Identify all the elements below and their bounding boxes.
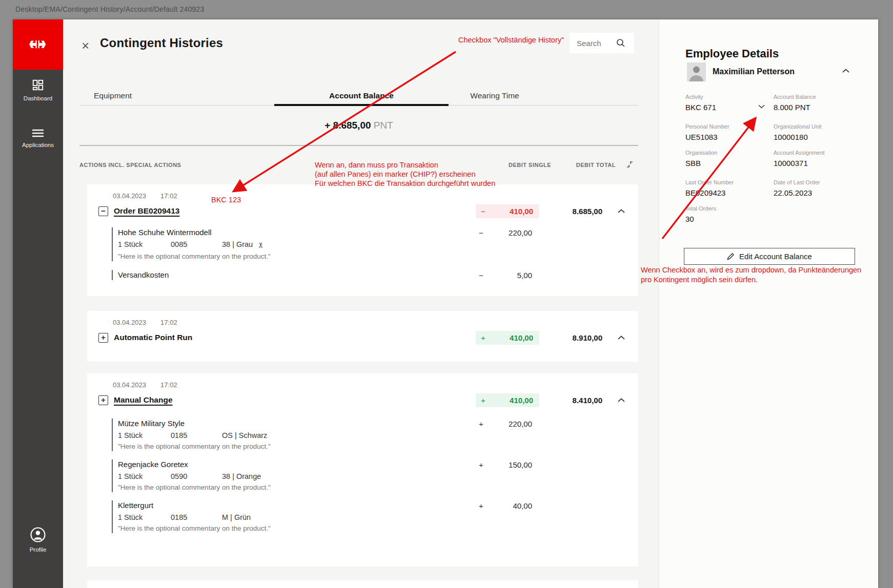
expand-icon[interactable]: +: [98, 333, 108, 343]
field-value: 22.05.2023: [774, 188, 861, 197]
item-quantity: 1 Stück: [118, 240, 171, 249]
action-title-link[interactable]: Order BE0209413: [114, 206, 179, 216]
debit-single-chip: + 410,00: [476, 393, 539, 407]
chevron-down-icon[interactable]: [758, 104, 765, 109]
field-organizational-unit: Organizational Unit 10000180: [774, 123, 861, 141]
field-value: 30: [685, 215, 773, 223]
field-label: Last Order Number: [685, 179, 773, 185]
employee-details-panel: Employee Details Maximilian Petterson Ac…: [659, 19, 878, 588]
column-debit-single: DEBIT SINGLE: [490, 162, 551, 168]
item-meta: 1 Stück 0185 OS | Schwarz: [118, 431, 638, 439]
item-name: Versandkosten: [118, 270, 638, 279]
sidebar: Dashboard Applications P: [13, 19, 63, 588]
item-quantity: 1 Stück: [118, 472, 171, 480]
field-value: 10000180: [774, 133, 861, 141]
action-card-manual-change: 03.04.202317:02 + Manual Change + 410,00…: [87, 373, 638, 566]
field-value: UE51083: [685, 133, 773, 141]
window-titlebar: Desktop/EMA/Contingent History/Account/D…: [0, 0, 893, 19]
sidebar-item-applications[interactable]: Applications: [13, 128, 63, 148]
item-code: 0085: [171, 240, 222, 249]
collapse-icon[interactable]: −: [98, 206, 108, 216]
debit-single-value: 410,00: [489, 333, 533, 342]
order-item: Klettergurt 1 Stück 0185 M | Grün "Here …: [112, 500, 638, 533]
chevron-up-icon[interactable]: [618, 398, 625, 402]
expand-icon[interactable]: +: [98, 395, 108, 405]
action-card-order: 03.04.202317:02 − Order BE0209413 − 410,…: [87, 184, 638, 296]
item-meta: 1 Stück 0590 38 | Orange: [118, 472, 638, 480]
action-date: 03.04.202317:02: [87, 373, 638, 389]
item-comment: "Here is the optional commentary on the …: [118, 484, 638, 491]
debit-total-value: 8.910,00: [543, 333, 602, 342]
pencil-icon: [727, 253, 735, 260]
dashboard-icon: [31, 78, 45, 92]
sort-icon[interactable]: [625, 161, 634, 168]
field-value: BKC 671: [685, 103, 773, 112]
item-comment: "Here is the optional commentary on the …: [118, 253, 638, 260]
field-value: 10000371: [774, 159, 861, 167]
sidebar-item-label: Dashboard: [13, 95, 63, 101]
debit-sign: −: [481, 207, 489, 216]
item-debit-single: − 5,00: [479, 271, 532, 280]
field-account-balance: Account Balance 8.000 PNT: [774, 94, 861, 112]
item-code: 0590: [171, 472, 222, 480]
avatar: [687, 62, 706, 81]
debit-total-value: 8.685,00: [543, 207, 602, 216]
search-input[interactable]: [577, 39, 613, 48]
sidebar-item-profile[interactable]: Profile: [13, 527, 63, 553]
debit-total-value: 8.410,00: [543, 396, 602, 405]
action-card-point-run: 03.04.202317:02 + Automatic Point Run + …: [87, 311, 638, 362]
item-meta: 1 Stück 0185 M | Grün: [118, 513, 638, 521]
sidebar-item-label: Applications: [13, 142, 63, 148]
item-quantity: 1 Stück: [118, 431, 171, 439]
field-label: Account Balance: [774, 94, 861, 100]
action-card-partial: [87, 580, 638, 588]
field-date-of-last-order: Date of Last Order 22.05.2023: [774, 179, 861, 197]
debit-sign: +: [481, 333, 489, 342]
action-row: + Automatic Point Run + 410,00 8.910,00: [87, 331, 638, 347]
field-organisation: Organisation SBB: [685, 150, 773, 167]
action-date: 03.04.202317:02: [87, 311, 638, 326]
column-debit-total: DEBIT TOTAL: [554, 162, 616, 168]
item-debit-single: + 220,00: [479, 419, 532, 428]
chevron-up-icon[interactable]: [618, 335, 625, 340]
action-title-link[interactable]: Manual Change: [114, 395, 173, 405]
list-header: ACTIONS INCL. SPECIAL ACTIONS DEBIT SING…: [79, 162, 638, 171]
item-comment: "Here is the optional commentary on the …: [118, 443, 638, 450]
order-item: Hohe Schuhe Wintermodell 1 Stück 0085 38…: [112, 227, 638, 261]
order-item: Regenjacke Goretex 1 Stück 0590 38 | Ora…: [112, 459, 638, 492]
page-title: Contingent Histories: [100, 36, 223, 50]
sidebar-item-dashboard[interactable]: Dashboard: [13, 78, 63, 101]
field-label: Total Orders: [685, 205, 773, 212]
field-account-assignment: Account Assignment 10000371: [774, 150, 861, 167]
search-box[interactable]: [570, 33, 634, 53]
item-quantity: 1 Stück: [118, 513, 171, 521]
tab-wearing-time[interactable]: Wearing Time: [428, 91, 561, 100]
field-value: 8.000 PNT: [774, 103, 861, 112]
close-icon[interactable]: ×: [82, 39, 89, 52]
chevron-up-icon[interactable]: [842, 69, 849, 73]
debit-sign: +: [481, 396, 489, 405]
order-item: Versandkosten − 5,00: [112, 270, 638, 280]
field-total-orders: Total Orders 30: [685, 205, 773, 223]
field-label: Account Assignment: [774, 150, 861, 156]
chevron-up-icon[interactable]: [618, 209, 625, 213]
tab-equipment[interactable]: Equipment: [94, 91, 132, 100]
search-icon[interactable]: [616, 38, 626, 48]
field-label: Organisation: [685, 150, 773, 156]
action-title[interactable]: Automatic Point Run: [114, 333, 192, 342]
item-comment: "Here is the optional commentary on the …: [118, 524, 638, 532]
order-item: Mütze Military Style 1 Stück 0185 OS | S…: [112, 418, 638, 451]
edit-account-balance-button[interactable]: Edit Account Balance: [684, 248, 855, 265]
scissors-icon: ✂: [256, 242, 266, 248]
debit-single-chip: − 410,00: [476, 204, 539, 218]
action-row: + Manual Change + 410,00 8.410,00: [87, 394, 638, 409]
item-name: Mütze Military Style: [118, 419, 638, 428]
sbb-logo[interactable]: [13, 19, 63, 70]
field-label: Date of Last Order: [774, 179, 861, 185]
tab-account-balance[interactable]: Account Balance: [274, 91, 449, 100]
debit-single-value: 410,00: [489, 396, 533, 405]
item-name: Regenjacke Goretex: [118, 460, 638, 469]
profile-icon: [30, 527, 46, 543]
field-value: BE0209423: [685, 188, 773, 197]
app-window: Dashboard Applications P: [13, 19, 878, 588]
